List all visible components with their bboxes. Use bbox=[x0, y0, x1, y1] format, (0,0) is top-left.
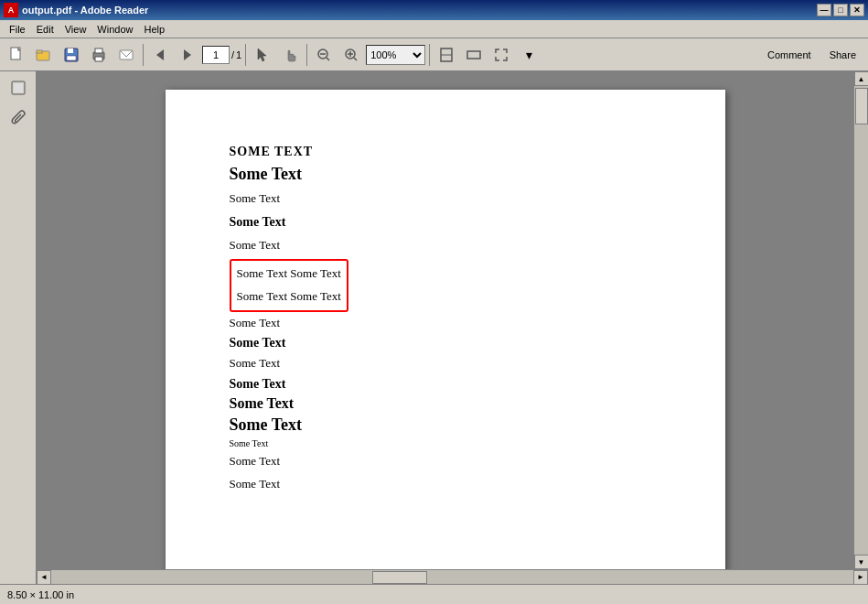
next-page-button[interactable] bbox=[175, 42, 200, 68]
menu-view[interactable]: View bbox=[59, 22, 92, 37]
pdf-line-15: Some Text bbox=[230, 475, 661, 494]
pdf-scroll-area: SOME TEXT Some Text Some Text Some Text … bbox=[37, 71, 868, 569]
title-bar-left: A output.pdf - Adobe Reader bbox=[4, 3, 148, 17]
pdf-viewer[interactable]: SOME TEXT Some Text Some Text Some Text … bbox=[37, 71, 853, 569]
scroll-up-arrow[interactable]: ▲ bbox=[854, 71, 869, 86]
hand-tool-button[interactable] bbox=[277, 42, 303, 68]
svg-rect-5 bbox=[67, 56, 76, 60]
toolbar-sep-1 bbox=[143, 44, 144, 66]
pdf-red-box: Some Text Some Text Some Text Some Text bbox=[230, 259, 348, 312]
zoom-in-button[interactable] bbox=[338, 42, 364, 68]
prev-page-button[interactable] bbox=[147, 42, 173, 68]
pdf-line-13: Some Text bbox=[230, 438, 661, 448]
zoom-out-button[interactable] bbox=[311, 42, 337, 68]
page-total: 1 bbox=[236, 49, 241, 60]
svg-line-15 bbox=[327, 58, 329, 60]
svg-rect-7 bbox=[95, 49, 102, 53]
title-bar-controls[interactable]: — □ ✕ bbox=[817, 4, 864, 16]
fit-page-button[interactable] bbox=[434, 42, 459, 68]
pdf-line-11: Some Text bbox=[230, 395, 661, 412]
zoom-select[interactable]: 100% 75% 125% 150% bbox=[366, 45, 425, 65]
pdf-line-4: Some Text bbox=[230, 212, 661, 232]
pdf-line-6b: Some Text Some Text bbox=[237, 286, 341, 308]
scroll-right-arrow[interactable]: ► bbox=[853, 570, 868, 585]
scroll-track[interactable] bbox=[854, 86, 869, 555]
pdf-line-12: Some Text bbox=[230, 415, 661, 435]
toolbar-sep-4 bbox=[429, 44, 430, 66]
open-button[interactable] bbox=[31, 42, 57, 68]
pdf-page: SOME TEXT Some Text Some Text Some Text … bbox=[166, 90, 725, 569]
svg-marker-12 bbox=[258, 49, 266, 61]
hscroll-thumb[interactable] bbox=[372, 571, 427, 584]
scroll-thumb[interactable] bbox=[855, 88, 868, 124]
fullscreen-button[interactable] bbox=[488, 42, 514, 68]
sidebar-attach-btn[interactable] bbox=[5, 104, 31, 130]
minimize-button[interactable]: — bbox=[817, 4, 831, 16]
hscroll-track[interactable] bbox=[51, 570, 853, 585]
comment-button[interactable]: Comment bbox=[759, 42, 820, 68]
page-sep: / bbox=[231, 49, 234, 60]
pdf-line-9: Some Text bbox=[230, 354, 661, 373]
page-dimensions: 8.50 × 11.00 in bbox=[7, 589, 74, 600]
svg-rect-2 bbox=[37, 50, 42, 53]
dropdown-button[interactable]: ▾ bbox=[516, 42, 541, 68]
toolbar-sep-2 bbox=[245, 44, 246, 66]
page-nav: / 1 bbox=[202, 46, 241, 64]
menu-window[interactable]: Window bbox=[91, 22, 138, 37]
close-button[interactable]: ✕ bbox=[850, 4, 864, 16]
menu-edit[interactable]: Edit bbox=[31, 22, 59, 37]
svg-line-19 bbox=[354, 58, 357, 60]
status-bar: 8.50 × 11.00 in bbox=[0, 584, 868, 604]
sidebar-pages-btn[interactable] bbox=[5, 75, 31, 101]
pdf-line-6a: Some Text Some Text bbox=[237, 263, 341, 286]
pdf-line-10: Some Text bbox=[230, 377, 661, 392]
app-icon: A bbox=[4, 3, 18, 17]
pdf-line-7: Some Text bbox=[230, 314, 661, 333]
title-bar: A output.pdf - Adobe Reader — □ ✕ bbox=[0, 0, 868, 20]
pdf-wrapper: SOME TEXT Some Text Some Text Some Text … bbox=[37, 71, 868, 584]
window-title: output.pdf - Adobe Reader bbox=[22, 5, 148, 16]
svg-marker-10 bbox=[156, 49, 164, 60]
pdf-line-5: Some Text bbox=[230, 236, 661, 255]
left-sidebar bbox=[0, 71, 37, 584]
fit-width-button[interactable] bbox=[461, 42, 487, 68]
toolbar-sep-3 bbox=[306, 44, 307, 66]
new-button[interactable] bbox=[4, 42, 29, 68]
svg-rect-22 bbox=[467, 51, 480, 59]
menu-bar: File Edit View Window Help bbox=[0, 20, 868, 38]
share-button[interactable]: Share bbox=[821, 42, 864, 68]
print-button[interactable] bbox=[86, 42, 112, 68]
pdf-line-1: SOME TEXT bbox=[230, 145, 661, 159]
horizontal-scrollbar[interactable]: ◄ ► bbox=[37, 569, 868, 584]
svg-rect-4 bbox=[68, 49, 73, 53]
pdf-line-8: Some Text bbox=[230, 336, 661, 351]
menu-file[interactable]: File bbox=[4, 22, 31, 37]
page-input[interactable] bbox=[202, 46, 230, 64]
pdf-line-3: Some Text bbox=[230, 189, 661, 209]
select-tool-button[interactable] bbox=[250, 42, 275, 68]
pdf-line-2: Some Text bbox=[230, 165, 661, 184]
scroll-down-arrow[interactable]: ▼ bbox=[854, 555, 869, 569]
maximize-button[interactable]: □ bbox=[833, 4, 848, 16]
save-button[interactable] bbox=[59, 42, 84, 68]
email-button[interactable] bbox=[113, 42, 139, 68]
toolbar: / 1 100% 75% 125% 150% ▾ Comment Share bbox=[0, 38, 868, 71]
svg-rect-8 bbox=[95, 57, 102, 61]
scroll-left-arrow[interactable]: ◄ bbox=[37, 570, 51, 585]
svg-marker-11 bbox=[184, 49, 191, 60]
svg-rect-24 bbox=[14, 83, 23, 92]
menu-help[interactable]: Help bbox=[138, 22, 170, 37]
pdf-line-14: Some Text bbox=[230, 452, 661, 471]
main-area: SOME TEXT Some Text Some Text Some Text … bbox=[0, 71, 868, 584]
vertical-scrollbar[interactable]: ▲ ▼ bbox=[853, 71, 868, 569]
